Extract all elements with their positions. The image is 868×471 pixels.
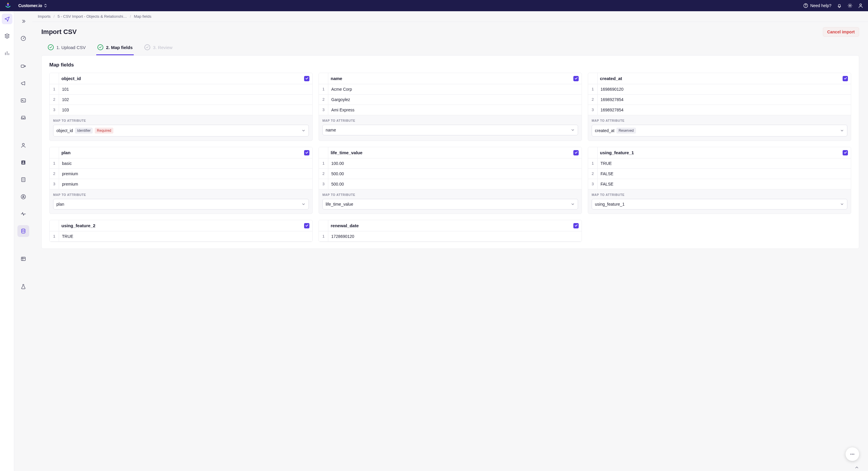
check-icon	[97, 44, 103, 50]
include-checkbox[interactable]	[304, 76, 309, 81]
step-upload[interactable]: 1. Upload CSV	[46, 42, 87, 55]
attribute-select[interactable]: created_atReserved	[592, 125, 847, 137]
sample-value: 103	[59, 105, 312, 115]
nav-person-icon[interactable]	[18, 140, 29, 151]
chevron-down-icon	[302, 202, 306, 206]
sample-value: 1698927854	[597, 105, 851, 115]
nav-contact-icon[interactable]	[18, 156, 29, 169]
svg-point-10	[23, 143, 25, 145]
field-card: life_time_value1100.002500.003500.00MAP …	[318, 147, 582, 214]
selected-attribute: name	[326, 128, 336, 133]
page-title: Import CSV	[41, 28, 77, 36]
sample-row: 2FALSE	[588, 169, 851, 179]
chevron-up-icon[interactable]	[855, 465, 859, 470]
svg-point-8	[25, 66, 25, 66]
field-name: renewal_date	[328, 220, 574, 231]
field-card: using_feature_21TRUE	[49, 220, 313, 242]
reserved-badge: Reserved	[616, 128, 636, 134]
sample-value: premium	[59, 179, 312, 189]
sample-row: 3FALSE	[588, 179, 851, 189]
need-help-link[interactable]: Need help?	[803, 3, 831, 8]
identifier-badge: Identifier	[75, 128, 93, 134]
nav-layers-icon[interactable]	[2, 31, 12, 41]
include-checkbox[interactable]	[574, 76, 579, 81]
nav-inbox-icon[interactable]	[18, 112, 29, 123]
svg-point-20	[854, 454, 855, 455]
sample-row: 1101	[50, 84, 312, 94]
user-icon[interactable]	[858, 3, 863, 8]
selected-attribute: using_feature_1	[595, 202, 624, 207]
nav-data-icon[interactable]	[18, 225, 29, 237]
svg-point-12	[23, 161, 24, 163]
include-checkbox[interactable]	[304, 150, 309, 155]
step-review: 3. Review	[143, 42, 174, 55]
field-card: object_id110121023103MAP TO ATTRIBUTEobj…	[49, 73, 313, 141]
workspace-name: Customer.io	[18, 3, 42, 8]
field-name: life_time_value	[328, 147, 574, 158]
include-checkbox[interactable]	[843, 76, 848, 81]
sample-value: FALSE	[597, 169, 851, 179]
attribute-select[interactable]: object_idIdentifierRequired	[53, 125, 309, 137]
breadcrumb-item: Map fields	[134, 14, 151, 19]
map-label: MAP TO ATTRIBUTE	[322, 193, 578, 197]
sample-row: 21698927854	[588, 94, 851, 105]
svg-point-0	[7, 3, 8, 4]
sample-row: 2102	[50, 94, 312, 105]
attribute-select[interactable]: using_feature_1	[592, 199, 847, 209]
nav-expand-icon[interactable]	[18, 16, 29, 27]
more-actions-fab[interactable]	[845, 447, 859, 461]
map-label: MAP TO ATTRIBUTE	[592, 193, 847, 197]
svg-point-18	[850, 454, 851, 455]
attribute-select[interactable]: life_time_value	[322, 199, 578, 209]
sample-value: 101	[59, 84, 312, 94]
breadcrumb-item[interactable]: 5 - CSV Import - Objects & Relationshi…	[58, 14, 127, 19]
nav-flask-icon[interactable]	[18, 281, 29, 293]
include-checkbox[interactable]	[574, 223, 579, 228]
include-checkbox[interactable]	[304, 223, 309, 228]
selected-attribute: plan	[56, 202, 64, 207]
main: Imports / 5 - CSV Import - Objects & Rel…	[32, 11, 868, 471]
breadcrumb-item[interactable]: Imports	[38, 14, 51, 19]
chevron-down-icon	[302, 128, 306, 133]
sample-value: Ami Express	[328, 105, 582, 115]
field-card: renewal_date11728690120	[318, 220, 582, 242]
nav-activity-icon[interactable]	[18, 208, 29, 220]
svg-point-19	[852, 454, 853, 455]
svg-point-3	[849, 5, 851, 6]
attribute-select[interactable]: name	[322, 125, 578, 135]
map-label: MAP TO ATTRIBUTE	[53, 193, 309, 197]
bell-icon[interactable]	[837, 3, 842, 8]
sample-value: 500.00	[328, 179, 582, 189]
nav-company-icon[interactable]	[18, 174, 29, 185]
app-logo[interactable]	[5, 2, 11, 9]
nav-broadcast-icon[interactable]	[18, 78, 29, 89]
sample-row: 2500.00	[319, 169, 582, 179]
field-name: object_id	[59, 73, 304, 84]
sample-row: 3premium	[50, 179, 312, 189]
sample-row: 11698690120	[588, 84, 851, 94]
svg-point-2	[806, 6, 806, 7]
include-checkbox[interactable]	[574, 150, 579, 155]
primary-nav	[0, 11, 14, 471]
nav-analytics-icon[interactable]	[2, 48, 12, 59]
nav-audience-icon[interactable]	[18, 191, 29, 203]
nav-terminal-icon[interactable]	[18, 94, 29, 107]
workspace-switcher[interactable]: Customer.io	[18, 3, 47, 8]
field-name: name	[328, 73, 574, 84]
cancel-import-button[interactable]: Cancel import	[823, 27, 859, 37]
required-badge: Required	[95, 128, 113, 134]
gear-icon[interactable]	[847, 3, 852, 8]
include-checkbox[interactable]	[843, 150, 848, 155]
help-icon	[803, 3, 808, 8]
sample-value: premium	[59, 169, 312, 179]
sample-value: TRUE	[59, 231, 312, 241]
secondary-nav	[14, 11, 32, 471]
step-map-fields[interactable]: 2. Map fields	[96, 42, 134, 55]
nav-gauge-icon[interactable]	[18, 32, 29, 44]
nav-send-icon[interactable]	[2, 13, 12, 24]
nav-table-icon[interactable]	[18, 253, 29, 265]
field-name: using_feature_1	[597, 147, 843, 158]
nav-capture-icon[interactable]	[18, 60, 29, 72]
attribute-select[interactable]: plan	[53, 199, 309, 209]
sample-row: 11728690120	[319, 231, 582, 242]
